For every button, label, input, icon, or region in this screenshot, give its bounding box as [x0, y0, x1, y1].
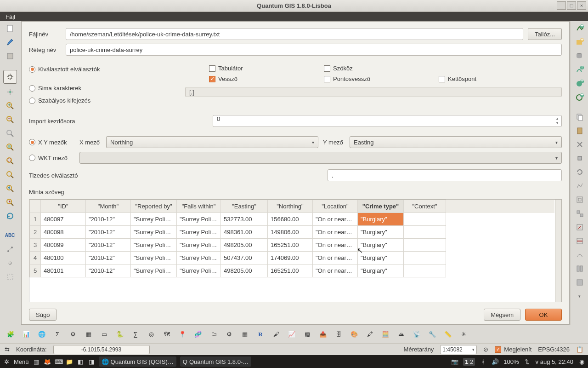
calc-icon[interactable]: ∑ [130, 328, 141, 340]
session-icon[interactable]: ◉ [578, 358, 585, 365]
grid-icon[interactable]: ▦ [239, 328, 251, 340]
delim-comma-check[interactable]: Vessző [209, 75, 324, 82]
export-icon[interactable]: 📤 [317, 328, 329, 340]
simplify-icon[interactable] [574, 180, 585, 191]
zoom-out-icon[interactable] [5, 114, 16, 125]
histogram-icon[interactable]: 📊 [20, 328, 32, 340]
toggle-icon[interactable]: ⇆ [5, 346, 10, 353]
wrench-icon[interactable]: 🔧 [426, 328, 438, 340]
kml-icon[interactable]: 📍 [176, 328, 188, 340]
table-row[interactable]: 3480099"2010-12""Surrey Poli…"Surrey Pol… [30, 239, 555, 252]
delim-colon-check[interactable]: Kettőspont [439, 75, 554, 82]
table-row[interactable]: 5480101"2010-12""Surrey Poli…"Surrey Pol… [30, 264, 555, 277]
paint-icon[interactable]: 🎨 [348, 328, 360, 340]
r-icon[interactable]: R [254, 328, 266, 340]
copy-icon[interactable] [574, 111, 585, 122]
zoom-layer-icon[interactable] [5, 169, 16, 180]
filename-input[interactable] [66, 28, 523, 40]
log-icon[interactable]: 📋 [576, 346, 583, 353]
map-icon[interactable]: 🗺 [161, 328, 173, 340]
volume-icon[interactable]: 🔊 [492, 358, 499, 365]
add-raster-icon[interactable]: + [574, 37, 585, 48]
camera-icon[interactable]: 📷 [451, 358, 458, 365]
app2-icon[interactable]: ◨ [88, 358, 95, 365]
delete-ring-icon[interactable] [574, 222, 585, 233]
edit-icon[interactable] [5, 37, 16, 48]
delim-space-check[interactable]: Szóköz [324, 65, 439, 72]
gear2-icon[interactable]: ⚙ [223, 328, 235, 340]
x-field-combo[interactable]: Northing [106, 136, 318, 148]
save-icon[interactable] [5, 51, 16, 62]
paste-icon[interactable] [574, 125, 585, 136]
sum-icon[interactable]: Σ [51, 328, 63, 340]
add-ring-icon[interactable] [574, 194, 585, 205]
zoom-native-icon[interactable] [5, 128, 16, 139]
clock[interactable]: v aug 5, 22:40 [536, 358, 573, 365]
move-feature-icon[interactable] [574, 153, 585, 164]
new-icon[interactable] [5, 23, 16, 34]
col-id[interactable]: "ID" [41, 200, 86, 213]
menu-file[interactable]: Fájl [2, 12, 19, 21]
cancel-button[interactable]: Mégsem [484, 309, 520, 321]
rotate-icon[interactable] [574, 167, 585, 178]
window-maximize-button[interactable]: □ [567, 1, 576, 10]
files-icon[interactable]: 📁 [66, 358, 73, 365]
dna-icon[interactable]: 🧬 [192, 328, 204, 340]
raster-calc-icon[interactable]: 🧮 [379, 328, 391, 340]
delimiter-regex-radio[interactable]: Szabályos kifejezés [29, 97, 185, 104]
col-location[interactable]: "Location" [313, 200, 358, 213]
label-icon[interactable]: ABC [5, 230, 16, 241]
app1-icon[interactable]: ◧ [77, 358, 84, 365]
col-context[interactable]: "Context" [404, 200, 446, 213]
gps-icon[interactable]: 📡 [411, 328, 423, 340]
layers-icon[interactable]: 🗂 [208, 328, 220, 340]
zoom-last-icon[interactable] [5, 183, 16, 194]
refresh-icon[interactable] [5, 211, 16, 222]
show-desktop-icon[interactable]: ▥ [33, 358, 40, 365]
pan-icon[interactable] [3, 70, 17, 84]
terminal-icon[interactable]: ⌨ [55, 358, 62, 365]
pan-to-selection-icon[interactable] [5, 86, 16, 98]
measure-icon[interactable]: 📏 [442, 328, 454, 340]
buffer-icon[interactable]: ◎ [145, 328, 157, 340]
deselect-icon[interactable] [5, 271, 16, 282]
stop-render-icon[interactable]: ⊘ [483, 346, 488, 353]
selection-icon[interactable]: ▭ [98, 328, 110, 340]
table-row[interactable]: 1480097"2010-12""Surrey Poli…"Surrey Pol… [30, 213, 555, 226]
col-falls-within[interactable]: "Falls within" [177, 200, 221, 213]
bluetooth-icon[interactable]: ᚼ [480, 358, 487, 365]
delimiter-plain-radio[interactable]: Sima karakterek [29, 85, 185, 92]
table-scrollbar[interactable] [555, 200, 561, 302]
processing-icon[interactable]: ⚙ [67, 328, 79, 340]
node-tool-icon[interactable] [5, 258, 16, 269]
digitize-icon[interactable] [5, 244, 16, 255]
zoom-full-icon[interactable] [5, 142, 16, 153]
terrain-icon[interactable]: ⛰ [395, 328, 407, 340]
reshape-icon[interactable] [574, 249, 585, 260]
brush-icon[interactable]: 🖌 [270, 328, 282, 340]
taskbar-item-qgis-web[interactable]: 🌐 Quantum GIS (QGIS)… [99, 356, 176, 367]
ok-button[interactable]: OK [525, 309, 562, 321]
add-spatialite-icon[interactable]: + [574, 64, 585, 75]
start-menu[interactable]: Menü [14, 358, 29, 365]
scatter-icon[interactable]: ✳ [458, 328, 469, 340]
taskbar-item-qgis-app[interactable]: Q Quantum GIS 1.8.0-… [180, 356, 251, 367]
scale-combo[interactable]: 1:45082 [440, 345, 477, 354]
style-icon[interactable]: 🖍 [364, 328, 376, 340]
decimal-sep-input[interactable] [328, 169, 562, 181]
coord-value[interactable]: -6.1015,54.2993 [53, 345, 150, 354]
col-month[interactable]: "Month" [86, 200, 131, 213]
delete-part-icon[interactable] [574, 236, 585, 247]
render-check[interactable]: Megjelenít [495, 346, 531, 353]
python-icon[interactable]: 🐍 [114, 328, 126, 340]
window-close-button[interactable]: × [577, 1, 586, 10]
delim-semicolon-check[interactable]: Pontosvessző [324, 75, 439, 82]
network-icon[interactable]: ⇅ [524, 358, 531, 365]
plugin-icon[interactable]: 🧩 [5, 328, 17, 340]
firefox-icon[interactable]: 🦊 [44, 358, 51, 365]
crs-label[interactable]: EPSG:4326 [538, 346, 570, 353]
add-postgis-icon[interactable] [574, 51, 585, 62]
workspace-indicator[interactable]: 1 2 [463, 358, 475, 366]
wkt-field-radio[interactable]: WKT mező [29, 155, 75, 161]
pixel-icon[interactable]: ▩ [301, 328, 313, 340]
